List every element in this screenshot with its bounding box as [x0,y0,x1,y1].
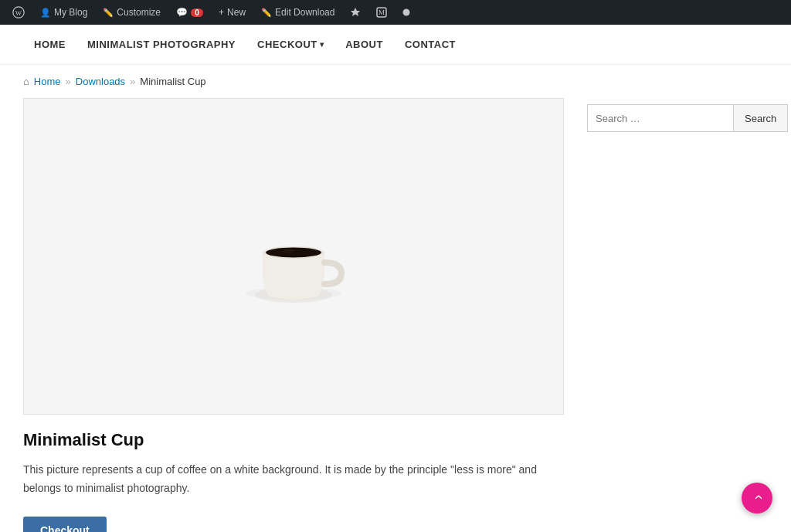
chevron-down-icon: ▾ [320,40,324,49]
breadcrumb-current: Minimalist Cup [140,76,205,87]
primary-content: Minimalist Cup This picture represents a… [23,98,564,532]
sidebar-search-widget: Search [587,104,757,132]
customize-label: Customize [117,7,161,18]
nav-item-contact[interactable]: CONTACT [394,25,467,65]
breadcrumb-downloads-link[interactable]: Downloads [76,76,125,87]
breadcrumb-sep-2: » [130,76,135,87]
plus-icon: + [219,7,224,18]
comment-icon: 💬 [176,7,188,18]
site-navigation: HOME MINIMALIST PHOTOGRAPHY CHECKOUT ▾ A… [0,25,791,65]
pencil-icon: ✏️ [103,8,114,18]
chevron-up-icon: › [749,495,765,500]
admin-bar: W 👤 My Blog ✏️ Customize 💬 0 + New ✏️ Ed… [0,0,791,25]
edit-icon: ✏️ [261,8,272,18]
comments-badge: 0 [191,8,203,17]
breadcrumb-home-link[interactable]: Home [34,76,61,87]
edit-download-label: Edit Download [275,7,334,18]
svg-text:W: W [15,9,22,17]
nav-item-checkout[interactable]: CHECKOUT ▾ [246,25,334,65]
wp-logo-button[interactable]: W [6,0,31,25]
search-input[interactable] [587,104,733,132]
coffee-cup-image [24,99,563,414]
new-label: New [227,7,246,18]
comments-button[interactable]: 💬 0 [170,0,209,25]
nav-item-minimalist-photography[interactable]: MINIMALIST PHOTOGRAPHY [76,25,246,65]
my-blog-button[interactable]: 👤 My Blog [34,0,93,25]
new-button[interactable]: + New [212,0,252,25]
plugin-icon-2[interactable]: M [370,0,393,25]
nav-home-label: HOME [34,39,66,50]
svg-point-9 [282,249,294,253]
nav-item-about[interactable]: ABOUT [334,25,394,65]
nav-about-label: ABOUT [345,39,383,50]
checkout-button[interactable]: Checkout [23,517,107,532]
main-content: Minimalist Cup This picture represents a… [0,98,791,532]
breadcrumb: ⌂ Home » Downloads » Minimalist Cup [0,65,791,98]
breadcrumb-sep-1: » [66,76,71,87]
my-blog-label: My Blog [54,7,87,18]
nav-minimalist-photography-label: MINIMALIST PHOTOGRAPHY [87,39,236,50]
scroll-to-top-button[interactable]: › [742,483,772,513]
person-icon: 👤 [40,8,51,18]
nav-checkout-label: CHECKOUT [257,39,317,50]
home-icon: ⌂ [23,76,29,87]
sidebar: Search [587,98,757,532]
product-description: This picture represents a cup of coffee … [23,461,564,498]
edit-download-button[interactable]: ✏️ Edit Download [255,0,341,25]
search-button[interactable]: Search [733,104,788,132]
nav-contact-label: CONTACT [405,39,456,50]
product-title: Minimalist Cup [23,430,564,450]
nav-item-home[interactable]: HOME [23,25,76,65]
plugin-icon-3[interactable] [396,0,416,25]
plugin-icon-1[interactable] [344,0,367,25]
svg-point-4 [403,9,410,16]
customize-button[interactable]: ✏️ Customize [97,0,167,25]
svg-point-8 [266,248,321,258]
product-image-container [23,98,564,415]
svg-text:M: M [379,8,385,16]
